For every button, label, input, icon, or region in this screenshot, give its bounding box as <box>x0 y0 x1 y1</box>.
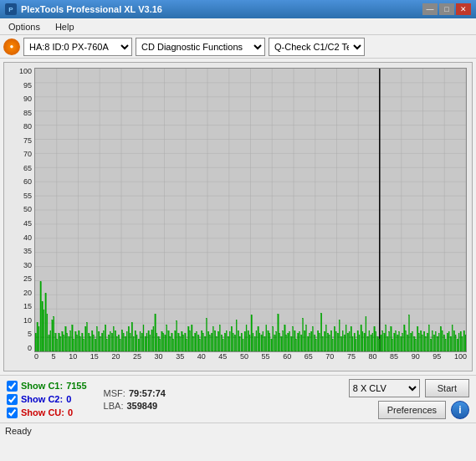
app-icon: P <box>5 3 17 15</box>
svg-rect-47 <box>42 301 43 351</box>
menu-help[interactable]: Help <box>50 20 79 33</box>
x-label-20: 20 <box>111 352 120 369</box>
test-select[interactable]: Q-Check C1/C2 Test <box>269 38 365 56</box>
y-label-20: 20 <box>4 289 34 297</box>
svg-rect-293 <box>450 336 451 351</box>
svg-rect-52 <box>50 330 51 351</box>
svg-rect-280 <box>428 325 429 351</box>
svg-rect-92 <box>116 336 117 351</box>
svg-rect-105 <box>138 339 139 351</box>
svg-rect-193 <box>284 325 285 351</box>
svg-rect-249 <box>377 336 378 351</box>
svg-rect-266 <box>406 330 407 351</box>
svg-rect-62 <box>67 333 68 351</box>
function-select[interactable]: CD Diagnostic Functions <box>136 38 265 56</box>
svg-rect-137 <box>192 325 192 351</box>
svg-rect-270 <box>412 331 413 351</box>
close-button[interactable]: ✕ <box>456 3 471 15</box>
svg-rect-149 <box>211 333 212 351</box>
svg-rect-56 <box>57 339 58 351</box>
svg-rect-278 <box>425 336 426 351</box>
svg-rect-213 <box>317 330 318 351</box>
svg-rect-96 <box>123 333 124 351</box>
maximize-button[interactable]: □ <box>439 3 454 15</box>
info-button[interactable]: i <box>451 401 469 419</box>
svg-rect-287 <box>440 326 441 351</box>
svg-rect-69 <box>79 330 79 351</box>
svg-rect-207 <box>307 336 308 351</box>
x-label-90: 90 <box>412 352 420 369</box>
controls-top: 8 X CLV 1 X CLV 2 X CLV 4 X CLV 8 X CLV … <box>349 379 469 397</box>
svg-rect-90 <box>113 326 114 351</box>
svg-rect-176 <box>256 330 257 351</box>
drive-select[interactable]: HA:8 ID:0 PX-760A <box>23 38 132 56</box>
status-text: Ready <box>5 426 32 436</box>
svg-rect-222 <box>332 339 333 351</box>
x-label-30: 30 <box>155 352 163 369</box>
svg-rect-107 <box>141 333 142 351</box>
lba-row: LBA: 359849 <box>104 401 166 411</box>
svg-rect-225 <box>337 333 338 351</box>
svg-rect-224 <box>335 331 336 351</box>
x-label-0: 0 <box>34 352 38 369</box>
title-bar: P PlexTools Professional XL V3.16 — □ ✕ <box>0 0 476 18</box>
x-label-5: 5 <box>52 352 56 369</box>
lba-label: LBA: <box>104 401 124 411</box>
status-bar: Ready <box>0 423 476 438</box>
show-c2-checkbox[interactable] <box>7 394 18 405</box>
c2-label: Show C2: <box>21 394 63 404</box>
svg-rect-120 <box>163 333 164 351</box>
svg-rect-286 <box>438 333 439 351</box>
svg-rect-196 <box>289 331 290 351</box>
svg-rect-110 <box>146 333 147 351</box>
title-bar-left: P PlexTools Professional XL V3.16 <box>5 3 162 15</box>
show-cu-checkbox[interactable] <box>7 407 18 418</box>
svg-rect-230 <box>345 325 346 351</box>
msf-row: MSF: 79:57:74 <box>104 388 166 398</box>
svg-rect-169 <box>244 331 245 351</box>
svg-rect-101 <box>131 322 132 351</box>
x-label-50: 50 <box>240 352 248 369</box>
svg-rect-134 <box>187 339 187 351</box>
show-c1-checkbox[interactable] <box>7 381 18 392</box>
svg-rect-182 <box>266 325 267 351</box>
svg-rect-51 <box>49 335 49 351</box>
svg-rect-204 <box>303 318 304 351</box>
y-label-80: 80 <box>4 123 34 131</box>
chart-svg <box>35 69 466 351</box>
chart-container: 100 95 90 85 80 75 70 65 60 55 50 45 40 … <box>3 62 473 371</box>
svg-rect-215 <box>320 313 321 351</box>
svg-rect-195 <box>288 333 289 351</box>
svg-rect-122 <box>166 325 167 351</box>
cu-label: Show CU: <box>21 407 64 417</box>
svg-rect-175 <box>254 336 255 351</box>
svg-rect-143 <box>201 330 202 351</box>
svg-rect-55 <box>55 333 56 351</box>
svg-rect-228 <box>342 330 343 351</box>
svg-rect-84 <box>103 330 104 351</box>
preferences-button[interactable]: Preferences <box>378 401 446 419</box>
minimize-button[interactable]: — <box>422 3 438 15</box>
svg-rect-150 <box>212 326 213 351</box>
svg-rect-152 <box>216 336 217 351</box>
svg-rect-260 <box>396 330 397 351</box>
svg-rect-187 <box>274 335 275 351</box>
svg-rect-235 <box>354 333 355 351</box>
svg-rect-240 <box>362 331 363 351</box>
svg-rect-108 <box>143 325 144 351</box>
x-label-85: 85 <box>390 352 398 369</box>
svg-rect-253 <box>384 333 385 351</box>
svg-rect-277 <box>423 331 424 351</box>
svg-rect-95 <box>121 330 122 351</box>
menu-options[interactable]: Options <box>3 20 45 33</box>
info-group: MSF: 79:57:74 LBA: 359849 <box>104 388 166 411</box>
start-button[interactable]: Start <box>425 379 469 397</box>
svg-rect-45 <box>38 326 39 351</box>
speed-select[interactable]: 8 X CLV 1 X CLV 2 X CLV 4 X CLV 8 X CLV … <box>349 379 420 397</box>
y-label-65: 65 <box>4 165 34 172</box>
svg-rect-285 <box>437 336 438 351</box>
svg-rect-75 <box>89 333 90 351</box>
svg-rect-256 <box>389 331 390 351</box>
svg-rect-190 <box>279 333 280 351</box>
svg-rect-170 <box>246 325 247 351</box>
